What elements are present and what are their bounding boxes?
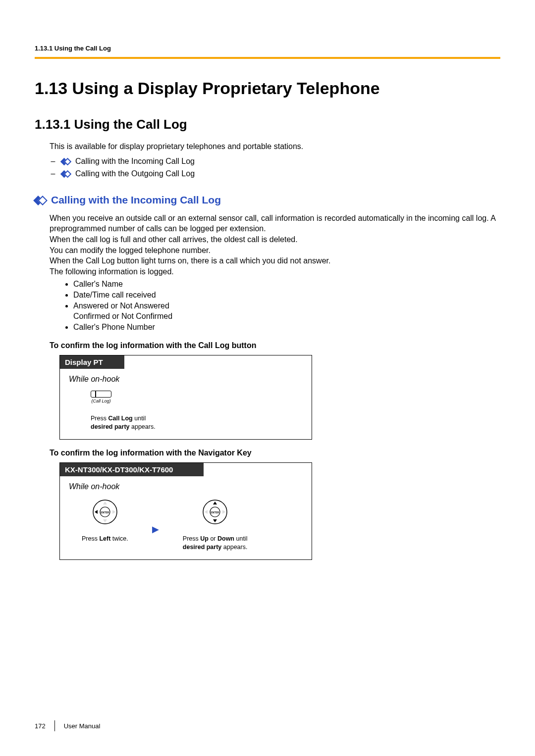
feature-list: – Calling with the Incoming Call Log – C… (50, 155, 500, 180)
paragraph: You can modify the logged telephone numb… (50, 245, 500, 256)
procedure-box: KX-NT300/KX-DT300/KX-T7600 While on-hook… (59, 462, 312, 560)
list-item: Answered or Not Answered Confirmed or No… (73, 301, 500, 322)
running-header: 1.13.1 Using the Call Log (35, 45, 500, 52)
list-item: – Calling with the Incoming Call Log (50, 155, 500, 168)
list-item-label: Calling with the Outgoing Call Log (75, 167, 195, 180)
intro-text: This is available for display proprietar… (50, 141, 500, 152)
subsection-body: When you receive an outside call or an e… (50, 213, 500, 560)
procedure-box-title: KX-NT300/KX-DT300/KX-T7600 (60, 463, 204, 476)
list-item-label: Calling with the Incoming Call Log (75, 155, 195, 168)
diamond-icon (61, 159, 70, 164)
section-body: This is available for display proprietar… (50, 141, 500, 180)
svg-text:ENTER: ENTER (101, 511, 109, 514)
dash-icon: – (50, 167, 56, 180)
button-caption: (Call Log) (91, 399, 110, 403)
subsection-title: Calling with the Incoming Call Log (51, 194, 221, 206)
procedure-box-title: Display PT (60, 355, 124, 369)
state-label: While on-hook (69, 482, 303, 491)
page-number: 172 (35, 722, 46, 730)
call-log-button-icon: (Call Log) (91, 391, 111, 403)
dash-icon: – (50, 155, 56, 168)
page-footer: 172 User Manual (35, 720, 100, 731)
header-rule (35, 57, 500, 59)
list-item: Caller's Name (73, 279, 500, 290)
subsection-header: Calling with the Incoming Call Log (35, 194, 500, 206)
navigator-key-left-icon: ENTER (91, 498, 119, 526)
list-item: – Calling with the Outgoing Call Log (50, 167, 500, 180)
procedure-heading: To confirm the log information with the … (50, 449, 500, 457)
navigator-key-updown-icon: ENTER (201, 498, 229, 526)
arrow-right-icon: ▶ (152, 524, 159, 535)
procedure-heading: To confirm the log information with the … (50, 341, 500, 350)
logged-info-list: Caller's Name Date/Time call received An… (73, 279, 500, 332)
paragraph: When the Call Log button light turns on,… (50, 255, 500, 266)
chapter-title: 1.13 Using a Display Proprietary Telepho… (35, 79, 500, 98)
footer-label: User Manual (64, 722, 101, 730)
instruction-text: Press Up or Down until desired party app… (183, 535, 248, 552)
section-title: 1.13.1 Using the Call Log (35, 117, 500, 132)
footer-divider (54, 720, 55, 731)
page: 1.13.1 Using the Call Log 1.13 Using a D… (0, 0, 535, 756)
paragraph: When you receive an outside call or an e… (50, 213, 500, 234)
diamond-icon (61, 171, 70, 177)
paragraph: When the call log is full and other call… (50, 234, 500, 245)
list-item: Date/Time call received (73, 290, 500, 301)
instruction-text: Press Left twice. (82, 535, 128, 543)
procedure-box: Display PT While on-hook (Call Log) Pres… (59, 355, 312, 440)
diamond-icon (35, 197, 46, 204)
svg-text:ENTER: ENTER (211, 511, 219, 514)
instruction-text: Press Call Log until desired party appea… (91, 414, 156, 431)
paragraph: The following information is logged. (50, 266, 500, 277)
list-item: Caller's Phone Number (73, 322, 500, 333)
state-label: While on-hook (69, 375, 303, 384)
